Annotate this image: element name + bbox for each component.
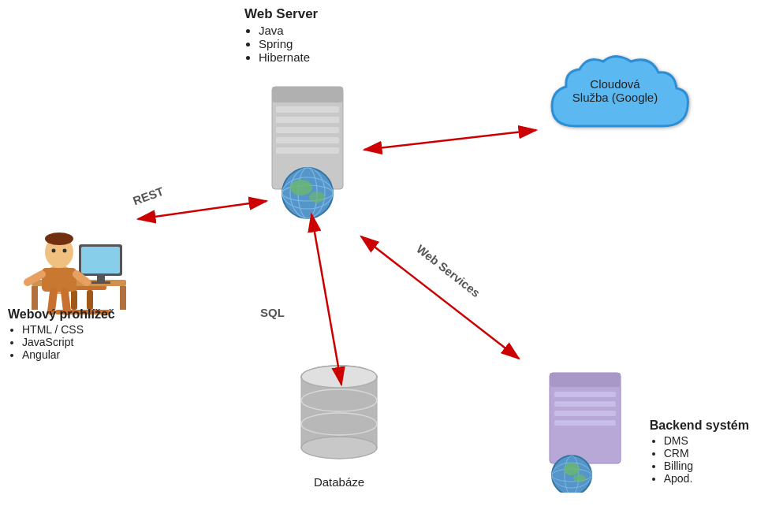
cloud-arrow [364,130,536,150]
browser-title: Webový prohlížeč [8,307,115,322]
svg-rect-42 [91,281,110,284]
web-server-title: Web Server [244,6,318,22]
web-server-item-spring: Spring [259,37,318,50]
svg-point-13 [309,192,325,203]
backend-item-apod: Apod. [664,472,749,485]
server-svg [260,79,363,221]
backend-item-billing: Billing [664,459,749,472]
svg-point-48 [63,249,67,253]
web-services-label: Web Services [414,242,483,299]
svg-rect-3 [276,117,339,123]
backend-label: Backend systém DMS CRM Billing Apod. [650,419,749,485]
svg-rect-37 [32,286,38,310]
browser-item-js: JavaScript [22,336,115,348]
svg-rect-44 [42,268,76,292]
svg-rect-1 [272,87,343,102]
svg-rect-23 [554,401,616,407]
svg-rect-5 [276,137,339,143]
backend-server-icon [540,366,635,469]
svg-rect-21 [550,373,621,387]
cloud-container: Cloudová Služba (Google) [536,47,694,150]
svg-point-47 [52,249,56,253]
sql-label: SQL [260,306,285,319]
svg-rect-6 [276,147,339,154]
browser-list: HTML / CSS JavaScript Angular [8,323,115,361]
svg-rect-24 [554,411,616,416]
database-svg [296,357,382,467]
webservices-arrow [361,236,519,359]
web-server-label: Web Server Java Spring Hibernate [244,6,318,64]
cloud-icon [536,47,694,150]
svg-point-12 [290,180,312,195]
person-container [16,158,142,318]
svg-point-16 [301,437,377,459]
web-server-item-java: Java [259,24,318,37]
backend-title: Backend systém [650,419,749,433]
backend-svg [540,366,643,493]
browser-item-angular: Angular [22,348,115,361]
svg-point-31 [573,474,586,482]
svg-point-46 [45,233,73,245]
web-server-item-hibernate: Hibernate [259,50,318,64]
person-svg [16,158,142,315]
backend-list: DMS CRM Billing Apod. [650,434,749,485]
backend-item-dms: DMS [664,434,749,447]
svg-rect-38 [120,286,126,310]
svg-rect-2 [276,106,339,113]
browser-item-html: HTML / CSS [22,323,115,336]
svg-rect-41 [97,276,105,282]
web-server-list: Java Spring Hibernate [244,24,318,64]
db-label: Databáze [296,475,382,489]
backend-item-crm: CRM [664,447,749,459]
svg-point-30 [564,463,580,475]
svg-rect-4 [276,127,339,133]
browser-label: Webový prohlížeč HTML / CSS JavaScript A… [8,307,115,361]
svg-point-19 [301,366,377,388]
server-icon [260,79,363,213]
svg-rect-40 [81,247,120,273]
database-container: Databáze [296,357,382,489]
svg-rect-22 [554,392,616,397]
svg-rect-25 [554,420,616,426]
rest-arrow [138,201,267,219]
